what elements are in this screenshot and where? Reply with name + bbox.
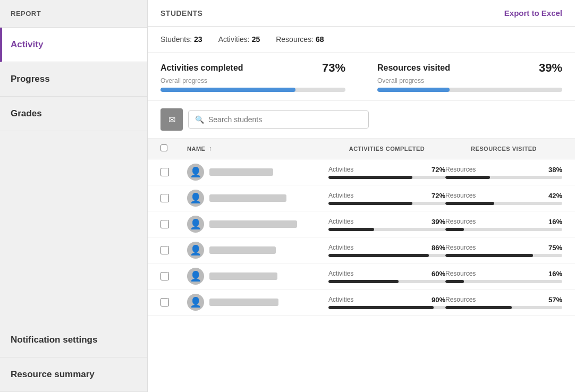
resources-percent: 42%: [548, 192, 562, 200]
activities-mini-track: [328, 228, 445, 231]
sidebar-item-progress[interactable]: Progress: [0, 62, 147, 97]
select-all-checkbox[interactable]: [160, 144, 167, 151]
activities-mini-track: [328, 254, 445, 257]
activities-label: Activities: [328, 270, 353, 277]
activities-percent: 39%: [432, 218, 445, 226]
sidebar: REPORT Activity Progress Grades Notifica…: [0, 0, 148, 392]
stats-row: Students: 23 Activities: 25 Resources: 6…: [148, 27, 575, 53]
student-cell: 👤: [187, 190, 328, 207]
resources-percent: 16%: [548, 218, 562, 226]
student-cell: 👤: [187, 216, 328, 233]
resources-stat-cell: Resources 38%: [445, 166, 562, 179]
sidebar-header: REPORT: [0, 0, 147, 28]
activities-label: Activities: [328, 192, 353, 199]
table-row: 👤 Activities 86% Resources 75%: [148, 237, 575, 263]
activities-mini-fill: [328, 306, 434, 309]
avatar: 👤: [187, 268, 204, 285]
row-checkbox[interactable]: [160, 168, 169, 176]
row-checkbox-cell: [160, 272, 187, 280]
resources-label: Resources: [445, 166, 476, 173]
select-all-cell: [160, 144, 187, 154]
resources-mini-track: [445, 176, 562, 179]
resources-stat-cell: Resources 16%: [445, 218, 562, 231]
student-name-placeholder: [209, 272, 277, 280]
activities-percent: 72%: [432, 192, 445, 200]
activities-mini-fill: [328, 254, 429, 257]
resources-label: Resources: [445, 296, 476, 303]
students-table: NAME ↑ ACTIVITIES COMPLETED RESOURCES VI…: [148, 139, 575, 392]
activities-completed-percent: 73%: [322, 61, 345, 75]
activities-stat-cell: Activities 72%: [328, 192, 445, 205]
search-icon: 🔍: [195, 115, 204, 124]
resources-stat: Resources: 68: [276, 35, 324, 44]
row-checkbox[interactable]: [160, 298, 169, 306]
table-row: 👤 Activities 72% Resources 38%: [148, 159, 575, 185]
sidebar-item-grades[interactable]: Grades: [0, 97, 147, 131]
avatar: 👤: [187, 216, 204, 233]
resources-mini-fill: [445, 306, 512, 309]
student-name-placeholder: [209, 220, 297, 228]
activities-label: Activities: [328, 218, 353, 225]
table-header-row: NAME ↑ ACTIVITIES COMPLETED RESOURCES VI…: [148, 139, 575, 159]
search-row: ✉ 🔍: [148, 101, 575, 139]
sort-arrow-icon[interactable]: ↑: [208, 145, 212, 152]
activities-stat-cell: Activities 86%: [328, 244, 445, 257]
student-name-placeholder: [209, 194, 286, 202]
activities-label: Activities: [328, 166, 353, 173]
search-input-wrap: 🔍: [188, 110, 369, 129]
row-checkbox-cell: [160, 220, 187, 228]
resources-stat-cell: Resources 57%: [445, 296, 562, 309]
resources-column-header: RESOURCES VISITED: [445, 146, 562, 152]
row-checkbox[interactable]: [160, 220, 169, 228]
activities-mini-track: [328, 202, 445, 205]
export-to-excel-button[interactable]: Export to Excel: [504, 8, 562, 18]
resources-mini-fill: [445, 202, 494, 205]
table-row: 👤 Activities 39% Resources 16%: [148, 211, 575, 237]
avatar: 👤: [187, 190, 204, 207]
resources-mini-track: [445, 202, 562, 205]
row-checkbox-cell: [160, 168, 187, 176]
student-cell: 👤: [187, 164, 328, 181]
sidebar-item-label: Resource summary: [11, 369, 95, 379]
sidebar-item-resource-summary[interactable]: Resource summary: [0, 357, 147, 392]
activities-mini-fill: [328, 228, 374, 231]
resources-mini-fill: [445, 280, 464, 283]
sidebar-item-notification-settings[interactable]: Notification settings: [0, 323, 147, 357]
activities-mini-fill: [328, 280, 399, 283]
row-checkbox-cell: [160, 298, 187, 306]
sidebar-item-label: Activity: [11, 39, 43, 49]
activities-stat-cell: Activities 90%: [328, 296, 445, 309]
resources-visited-percent: 39%: [539, 61, 562, 75]
activities-percent: 90%: [432, 296, 445, 304]
activities-stat-cell: Activities 39%: [328, 218, 445, 231]
activities-label: Activities: [328, 244, 353, 251]
resources-mini-track: [445, 306, 562, 309]
activities-percent: 86%: [432, 244, 445, 252]
row-checkbox[interactable]: [160, 246, 169, 254]
activities-stat: Activities: 25: [218, 35, 260, 44]
sidebar-item-activity[interactable]: Activity: [0, 28, 147, 62]
resources-mini-track: [445, 228, 562, 231]
activities-percent: 60%: [432, 270, 445, 278]
table-row: 👤 Activities 72% Resources 42%: [148, 185, 575, 211]
send-icon: ✉: [168, 115, 175, 125]
sidebar-item-label: Notification settings: [11, 335, 97, 345]
avatar: 👤: [187, 294, 204, 311]
resources-visited-block: Resources visited 39% Overall progress: [377, 61, 562, 92]
activities-progress-fill: [160, 88, 295, 92]
student-cell: 👤: [187, 294, 328, 311]
activities-mini-track: [328, 306, 445, 309]
row-checkbox[interactable]: [160, 272, 169, 280]
search-input[interactable]: [208, 115, 362, 124]
resources-progress-track: [377, 88, 562, 92]
avatar: 👤: [187, 242, 204, 259]
resources-mini-fill: [445, 228, 464, 231]
activities-overall-label: Overall progress: [160, 77, 345, 84]
main-header: STUDENTS Export to Excel: [148, 0, 575, 27]
resources-visited-title: Resources visited: [377, 63, 450, 73]
row-checkbox[interactable]: [160, 194, 169, 202]
activities-mini-fill: [328, 176, 412, 179]
activities-stat-cell: Activities 60%: [328, 270, 445, 283]
send-button[interactable]: ✉: [160, 108, 183, 131]
row-checkbox-cell: [160, 194, 187, 202]
